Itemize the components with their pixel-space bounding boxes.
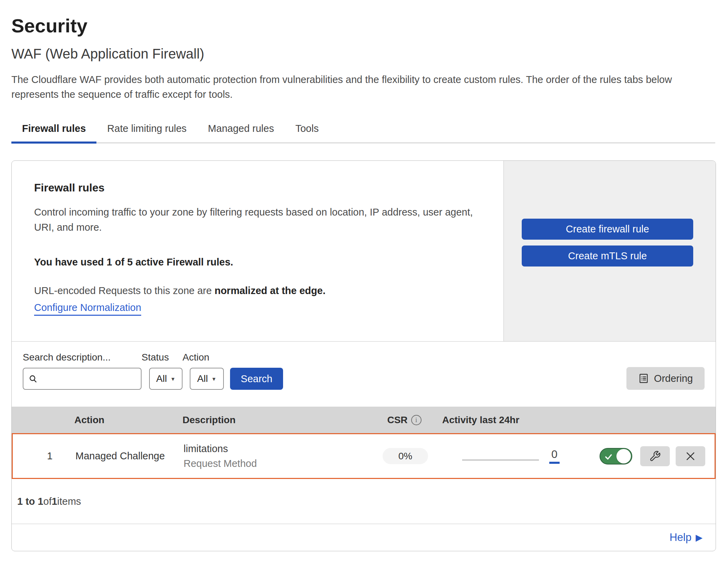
- normalization-text-regular: URL-encoded Requests to this zone are: [34, 285, 215, 296]
- rule-priority: 1: [13, 450, 71, 462]
- chevron-down-icon: ▼: [211, 376, 217, 382]
- pagination-summary: 1 to 1 of 1 items: [12, 479, 716, 524]
- card-heading: Firewall rules: [34, 181, 490, 194]
- rule-description[interactable]: limitations: [184, 443, 367, 455]
- search-description-label: Search description...: [23, 352, 142, 363]
- page-title: Security: [11, 15, 715, 36]
- card-top-section: Firewall rules Control incoming traffic …: [12, 161, 716, 341]
- rule-csr-cell: 0%: [367, 448, 443, 464]
- pagination-range: 1 to 1: [17, 496, 43, 507]
- rules-tab-bar: Firewall rules Rate limiting rules Manag…: [11, 116, 715, 143]
- help-row: Help ▶: [12, 524, 716, 551]
- arrow-right-icon: ▶: [696, 533, 703, 542]
- pagination-total: 1: [52, 496, 57, 507]
- table-row: 1 Managed Challenge limitations Request …: [12, 433, 716, 479]
- toggle-knob: [616, 449, 631, 463]
- search-icon: [28, 374, 38, 384]
- rules-usage-text: You have used 1 of 5 active Firewall rul…: [34, 257, 490, 268]
- filter-section: Search description... Status All ▼: [12, 341, 716, 407]
- firewall-rules-card: Firewall rules Control incoming traffic …: [11, 160, 716, 551]
- security-waf-page: Security WAF (Web Application Firewall) …: [0, 0, 728, 564]
- help-link[interactable]: Help ▶: [669, 531, 703, 544]
- csr-badge: 0%: [383, 448, 428, 464]
- create-firewall-rule-button[interactable]: Create firewall rule: [522, 219, 693, 240]
- page-subtitle: WAF (Web Application Firewall): [11, 45, 715, 62]
- search-input[interactable]: [42, 373, 136, 384]
- chevron-down-icon: ▼: [170, 376, 176, 382]
- wrench-icon: [649, 450, 661, 462]
- column-header-activity: Activity last 24hr: [442, 415, 580, 426]
- pagination-of: of: [43, 496, 52, 507]
- check-icon: [604, 453, 613, 461]
- search-box[interactable]: [23, 368, 142, 390]
- status-label: Status: [142, 352, 183, 363]
- column-header-action: Action: [70, 415, 180, 426]
- search-button[interactable]: Search: [230, 368, 283, 390]
- status-select[interactable]: All ▼: [149, 368, 183, 390]
- rule-description-cell: limitations Request Method: [181, 443, 367, 469]
- create-mtls-rule-button[interactable]: Create mTLS rule: [522, 246, 693, 267]
- rule-activity-cell: 0: [443, 449, 581, 464]
- page-description: The Cloudflare WAF provides both automat…: [11, 72, 715, 102]
- edit-rule-button[interactable]: [640, 446, 670, 466]
- status-select-value: All: [156, 373, 167, 384]
- filter-row: Search description... Status All ▼: [23, 352, 705, 390]
- card-actions-panel: Create firewall rule Create mTLS rule: [503, 161, 716, 341]
- activity-count-link[interactable]: 0: [549, 449, 560, 464]
- configure-normalization-link[interactable]: Configure Normalization: [34, 302, 141, 316]
- tab-tools[interactable]: Tools: [285, 116, 330, 143]
- close-icon: [685, 450, 696, 462]
- column-header-csr: CSR i: [366, 415, 442, 426]
- normalization-text: URL-encoded Requests to this zone are no…: [34, 285, 490, 296]
- action-filter-group: Action All ▼: [183, 352, 224, 390]
- action-label: Action: [183, 352, 224, 363]
- ordering-button-label: Ordering: [654, 373, 693, 384]
- normalization-text-bold: normalized at the edge.: [215, 285, 325, 296]
- ordering-button[interactable]: Ordering: [626, 367, 705, 390]
- tab-firewall-rules[interactable]: Firewall rules: [11, 116, 96, 143]
- search-description-group: Search description...: [23, 352, 142, 390]
- status-filter-group: Status All ▼: [142, 352, 183, 390]
- table-header: Action Description CSR i Activity last 2…: [12, 407, 716, 433]
- pagination-items: items: [57, 496, 81, 507]
- tab-rate-limiting-rules[interactable]: Rate limiting rules: [96, 116, 197, 143]
- column-header-description: Description: [180, 415, 366, 426]
- ordered-list-icon: [638, 373, 649, 384]
- rule-enabled-toggle[interactable]: [600, 448, 632, 464]
- card-description: Control incoming traffic to your zone by…: [34, 205, 482, 235]
- csr-header-label: CSR: [387, 415, 407, 426]
- info-icon[interactable]: i: [411, 415, 422, 425]
- card-info-panel: Firewall rules Control incoming traffic …: [12, 161, 503, 341]
- tab-managed-rules[interactable]: Managed rules: [197, 116, 285, 143]
- rule-action: Managed Challenge: [71, 450, 181, 462]
- page-header: Security WAF (Web Application Firewall) …: [0, 0, 728, 102]
- help-link-label: Help: [669, 531, 691, 544]
- activity-sparkline: [462, 460, 539, 460]
- delete-rule-button[interactable]: [676, 446, 705, 466]
- rule-match-field: Request Method: [184, 458, 367, 469]
- rule-controls-cell: [581, 446, 715, 466]
- action-select-value: All: [197, 373, 208, 384]
- action-select[interactable]: All ▼: [190, 368, 224, 390]
